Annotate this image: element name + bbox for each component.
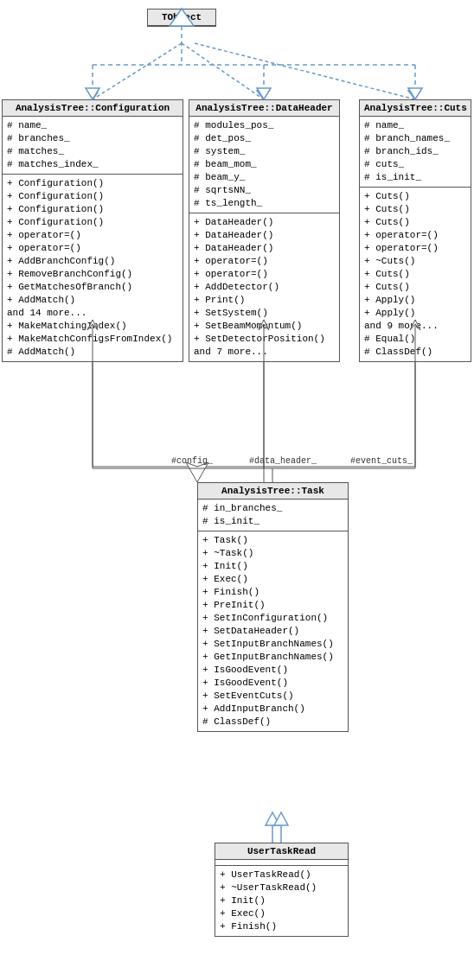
svg-line-2 xyxy=(182,43,264,99)
connector-label-config: #config_ xyxy=(171,456,213,466)
connector-label-event-cuts: #event_cuts_ xyxy=(350,456,413,466)
method-item: + SetInputBranchNames() xyxy=(202,638,343,651)
connector-label-data-header: #data_header_ xyxy=(249,456,317,466)
method-item: + SetDataHeader() xyxy=(202,625,343,638)
method-item: + Print() xyxy=(194,294,335,307)
task-methods: + Task() + ~Task() + Init() + Exec() + F… xyxy=(198,531,348,731)
task-title: AnalysisTree::Task xyxy=(198,483,348,500)
method-item: + DataHeader() xyxy=(194,229,335,242)
attr-item: # modules_pos_ xyxy=(194,119,335,132)
attr-item: # beam_y_ xyxy=(194,171,335,184)
method-item: + UserTaskRead() xyxy=(220,869,343,881)
configuration-title: AnalysisTree::Configuration xyxy=(3,100,183,117)
method-item: + Finish() xyxy=(202,586,343,599)
method-item: + ~UserTaskRead() xyxy=(220,881,343,894)
svg-marker-29 xyxy=(408,88,422,99)
configuration-methods: + Configuration() + Configuration() + Co… xyxy=(3,175,183,361)
method-item: + RemoveBranchConfig() xyxy=(7,268,178,281)
method-item: + IsGoodEvent() xyxy=(202,664,343,677)
svg-marker-5 xyxy=(408,91,418,99)
svg-marker-3 xyxy=(257,91,266,99)
tobject-box: TObject xyxy=(147,9,216,27)
method-item: + SetDetectorPosition() xyxy=(194,333,335,346)
usertaskread-box: UserTaskRead + UserTaskRead() + ~UserTas… xyxy=(215,843,349,937)
dataheader-title: AnalysisTree::DataHeader xyxy=(189,100,339,117)
method-item: + MakeMatchingIndex() xyxy=(7,320,178,333)
method-item: + Apply() xyxy=(364,307,466,320)
method-item: + AddDetector() xyxy=(194,281,335,294)
method-item: + SetInConfiguration() xyxy=(202,612,343,625)
method-item: + Init() xyxy=(202,560,343,573)
method-item: + operator=() xyxy=(194,268,335,281)
cuts-methods: + Cuts() + Cuts() + Cuts() + operator=()… xyxy=(360,188,471,361)
dataheader-methods: + DataHeader() + DataHeader() + DataHead… xyxy=(189,213,339,361)
svg-marker-1 xyxy=(89,89,98,99)
method-item: + operator=() xyxy=(364,242,466,255)
cuts-title: AnalysisTree::Cuts xyxy=(360,100,471,117)
svg-marker-28 xyxy=(257,88,271,99)
method-item: and 14 more... xyxy=(7,307,178,320)
method-item: and 9 more... xyxy=(364,320,466,333)
cuts-box: AnalysisTree::Cuts # name_ # branch_name… xyxy=(359,99,471,362)
task-box: AnalysisTree::Task # in_branches_ # is_i… xyxy=(197,482,349,732)
attr-item: # branch_ids_ xyxy=(364,145,466,158)
diagram-container: TObject AnalysisTree::Configuration # na… xyxy=(0,0,474,980)
method-item: + Exec() xyxy=(202,573,343,586)
svg-marker-39 xyxy=(274,812,288,825)
configuration-box: AnalysisTree::Configuration # name_ # br… xyxy=(2,99,183,362)
method-item: + Task() xyxy=(202,534,343,547)
method-item: # Equal() xyxy=(364,333,466,346)
method-item: + SetSystem() xyxy=(194,307,335,320)
method-item: + Configuration() xyxy=(7,177,178,190)
method-item: + operator=() xyxy=(7,242,178,255)
method-item: + ~Cuts() xyxy=(364,255,466,268)
tobject-title: TObject xyxy=(148,10,215,26)
method-item: # ClassDef() xyxy=(364,346,466,359)
attr-item: # system_ xyxy=(194,145,335,158)
attr-item: # branch_names_ xyxy=(364,132,466,145)
attr-item: # det_pos_ xyxy=(194,132,335,145)
usertaskread-title: UserTaskRead xyxy=(215,843,348,860)
method-item: + Configuration() xyxy=(7,216,178,229)
attr-item: # name_ xyxy=(364,119,466,132)
method-item: + IsGoodEvent() xyxy=(202,677,343,690)
method-item: and 7 more... xyxy=(194,346,335,359)
method-item: # AddMatch() xyxy=(7,346,178,359)
task-attributes: # in_branches_ # is_init_ xyxy=(198,500,348,531)
attr-item: # sqrtsNN_ xyxy=(194,184,335,197)
attr-branches: # branches_ xyxy=(7,132,178,145)
method-item: + Configuration() xyxy=(7,203,178,216)
method-item: + Apply() xyxy=(364,294,466,307)
svg-marker-19 xyxy=(266,812,279,825)
cuts-attributes: # name_ # branch_names_ # branch_ids_ # … xyxy=(360,117,471,188)
attr-item: # cuts_ xyxy=(364,158,466,171)
svg-line-0 xyxy=(93,43,182,99)
dataheader-box: AnalysisTree::DataHeader # modules_pos_ … xyxy=(189,99,340,362)
method-item: + MakeMatchConfigsFromIndex() xyxy=(7,333,178,346)
attr-matches: # matches_ xyxy=(7,145,178,158)
method-item: + ~Task() xyxy=(202,547,343,560)
configuration-attributes: # name_ # branches_ # matches_ # matches… xyxy=(3,117,183,175)
attr-item: # in_branches_ xyxy=(202,502,343,515)
method-item: + AddBranchConfig() xyxy=(7,255,178,268)
method-item: + GetMatchesOfBranch() xyxy=(7,281,178,294)
attr-item: # is_init_ xyxy=(364,171,466,184)
svg-marker-27 xyxy=(86,88,99,99)
method-item: + operator=() xyxy=(364,229,466,242)
method-item: + operator=() xyxy=(7,229,178,242)
method-item: + Cuts() xyxy=(364,268,466,281)
svg-line-4 xyxy=(195,43,415,99)
usertaskread-attributes xyxy=(215,860,348,866)
attr-name: # name_ xyxy=(7,119,178,132)
method-item: # ClassDef() xyxy=(202,716,343,729)
attr-matches-index: # matches_index_ xyxy=(7,158,178,171)
method-item: + Cuts() xyxy=(364,281,466,294)
method-item: + Init() xyxy=(220,894,343,907)
method-item: + DataHeader() xyxy=(194,242,335,255)
method-item: + AddMatch() xyxy=(7,294,178,307)
method-item: + operator=() xyxy=(194,255,335,268)
method-item: + Exec() xyxy=(220,907,343,920)
dataheader-attributes: # modules_pos_ # det_pos_ # system_ # be… xyxy=(189,117,339,213)
method-item: + Cuts() xyxy=(364,190,466,203)
attr-item: # beam_mom_ xyxy=(194,158,335,171)
